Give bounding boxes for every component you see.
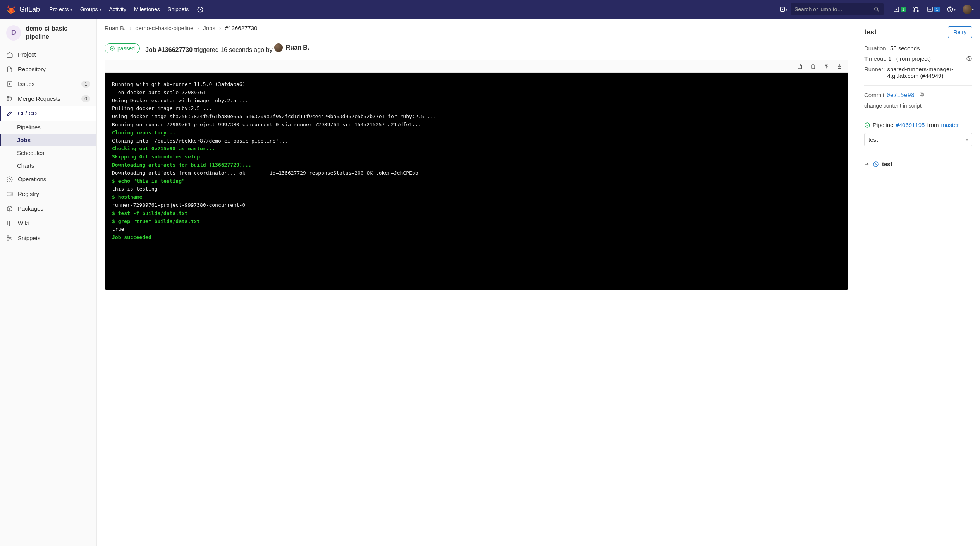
- gitlab-logo: [6, 4, 16, 14]
- nav-operations[interactable]: Operations: [0, 172, 96, 187]
- check-circle-icon: [110, 46, 115, 51]
- chevron-right-icon: ›: [197, 25, 199, 31]
- sub-charts[interactable]: Charts: [0, 159, 96, 172]
- gauge-icon[interactable]: [196, 5, 204, 13]
- plus-menu[interactable]: ▾: [779, 6, 787, 12]
- log-toolbar: [105, 60, 848, 73]
- help-icon: [947, 6, 954, 13]
- svg-rect-26: [920, 93, 923, 95]
- erase-log-button[interactable]: [810, 63, 816, 69]
- search-input[interactable]: [794, 6, 873, 12]
- nav-registry[interactable]: Registry: [0, 187, 96, 201]
- chevron-down-icon: ▾: [786, 7, 787, 12]
- crumb-section[interactable]: Jobs: [203, 25, 215, 31]
- crumb-project[interactable]: demo-ci-basic-pipeline: [135, 25, 193, 31]
- duration-label: Duration:: [864, 45, 888, 52]
- nav-issues[interactable]: Issues1: [0, 77, 96, 91]
- search-icon: [873, 6, 880, 12]
- nav-snippets[interactable]: Snippets: [0, 231, 96, 246]
- nav-packages[interactable]: Packages: [0, 201, 96, 216]
- project-header[interactable]: D demo-ci-basic-pipeline: [0, 19, 96, 47]
- top-nav: Projects▾ Groups▾ Activity Milestones Sn…: [49, 5, 204, 13]
- chevron-down-icon: ▾: [954, 7, 956, 12]
- pipeline-link[interactable]: #40691195: [896, 122, 925, 128]
- nav-merge-requests[interactable]: Merge Requests0: [0, 91, 96, 106]
- crumb-current: #136627730: [225, 25, 257, 31]
- nav-milestones[interactable]: Milestones: [134, 6, 160, 12]
- svg-point-16: [10, 112, 11, 113]
- log-wrapper: Running with gitlab-runner 11.5.0 (3afda…: [105, 60, 848, 290]
- help-menu[interactable]: ▾: [947, 6, 956, 13]
- breadcrumb: Ruan B. › demo-ci-basic-pipeline › Jobs …: [105, 25, 848, 37]
- stage-dropdown[interactable]: test▾: [864, 133, 972, 146]
- issue-icon: [6, 81, 13, 88]
- package-icon: [6, 205, 13, 212]
- svg-point-5: [914, 7, 915, 8]
- cicd-submenu: Pipelines Jobs Schedules Charts: [0, 121, 96, 172]
- svg-point-22: [110, 46, 115, 51]
- book-icon: [6, 220, 13, 227]
- chevron-down-icon: ▾: [70, 7, 72, 12]
- avatar: [963, 5, 972, 14]
- commit-link[interactable]: 0e715e98: [887, 92, 915, 99]
- nav-wiki[interactable]: Wiki: [0, 216, 96, 231]
- scissors-icon: [6, 235, 13, 242]
- project-name: demo-ci-basic-pipeline: [26, 25, 90, 41]
- nav-projects[interactable]: Projects▾: [49, 6, 72, 12]
- chevron-down-icon: ▾: [100, 7, 101, 12]
- scroll-top-button[interactable]: [823, 63, 829, 69]
- disk-icon: [6, 191, 13, 197]
- svg-point-13: [7, 96, 9, 98]
- copy-sha-button[interactable]: [919, 92, 925, 97]
- todos-badge: 1: [934, 7, 940, 12]
- help-icon[interactable]: [966, 55, 972, 62]
- nav-project[interactable]: Project: [0, 47, 96, 62]
- job-title: Job #136627730 triggered 16 seconds ago …: [145, 43, 309, 53]
- svg-point-7: [917, 10, 918, 12]
- svg-point-4: [896, 9, 897, 10]
- sub-jobs[interactable]: Jobs: [0, 134, 96, 146]
- scroll-bottom-button[interactable]: [836, 63, 842, 69]
- duration-value: 55 seconds: [890, 45, 920, 52]
- nav-repository[interactable]: Repository: [0, 62, 96, 77]
- issues-link[interactable]: 1: [893, 6, 906, 13]
- job-name: test: [864, 28, 877, 36]
- svg-point-6: [914, 10, 915, 12]
- raw-log-button[interactable]: [797, 63, 803, 69]
- chevron-right-icon: ›: [129, 25, 131, 31]
- mr-link[interactable]: [913, 6, 920, 13]
- search-box[interactable]: [791, 3, 884, 15]
- todos-link[interactable]: 1: [927, 6, 940, 13]
- svg-point-14: [7, 100, 9, 101]
- runner-label: Runner:: [864, 66, 885, 72]
- branch-link[interactable]: master: [941, 122, 959, 128]
- chevron-down-icon: ▾: [972, 7, 974, 12]
- user-chip[interactable]: Ruan B.: [274, 43, 309, 52]
- svg-point-27: [865, 123, 870, 127]
- nav-snippets[interactable]: Snippets: [168, 6, 189, 12]
- crumb-owner[interactable]: Ruan B.: [105, 25, 126, 31]
- arrow-right-icon: [864, 161, 870, 167]
- avatar: [274, 43, 283, 52]
- sub-schedules[interactable]: Schedules: [0, 146, 96, 159]
- user-menu[interactable]: ▾: [963, 5, 974, 14]
- svg-point-20: [7, 236, 9, 238]
- nav-cicd[interactable]: CI / CD: [0, 106, 96, 121]
- sub-pipelines[interactable]: Pipelines: [0, 121, 96, 134]
- retry-icon: [873, 161, 879, 167]
- job-log[interactable]: Running with gitlab-runner 11.5.0 (3afda…: [105, 73, 848, 290]
- svg-point-21: [7, 239, 9, 240]
- retry-button[interactable]: Retry: [948, 26, 972, 38]
- svg-point-12: [9, 83, 10, 84]
- runner-value: shared-runners-manager-4.gitlab.com (#44…: [887, 66, 972, 79]
- issue-icon: [893, 6, 900, 13]
- top-icons: 1 1 ▾ ▾: [893, 5, 974, 14]
- nav-activity[interactable]: Activity: [109, 6, 126, 12]
- current-job-row[interactable]: test: [864, 161, 972, 167]
- issues-badge: 1: [901, 7, 906, 12]
- nav-groups[interactable]: Groups▾: [80, 6, 101, 12]
- project-avatar: D: [6, 25, 21, 41]
- svg-point-24: [969, 60, 970, 60]
- chevron-right-icon: ›: [219, 25, 221, 31]
- brand-name[interactable]: GitLab: [19, 5, 40, 14]
